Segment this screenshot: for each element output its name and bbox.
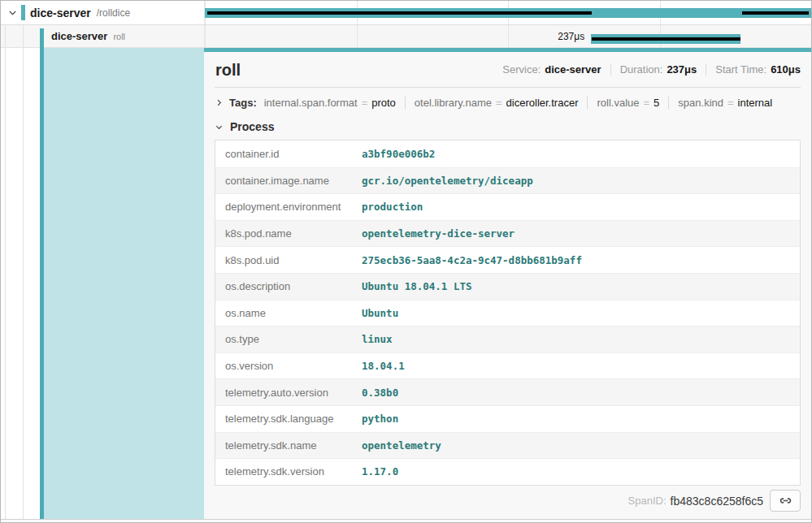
tree-guide-line (23, 48, 24, 519)
process-key: container.id (215, 148, 362, 160)
process-key: telemetry.sdk.version (215, 465, 362, 478)
duration-label: Duration: (620, 63, 663, 76)
process-key: k8s.pod.uid (215, 254, 362, 266)
tree-guide-line (23, 25, 24, 47)
duration-value: 237μs (667, 63, 697, 76)
table-row: k8s.pod.name opentelemetry-dice-server (215, 220, 800, 247)
tree-guide-line (5, 25, 6, 47)
table-row: container.id a3bf90e006b2 (215, 140, 800, 167)
span-duration-label: 237μs (558, 31, 584, 42)
span-row-roll: dice-server roll 237μs (1, 25, 811, 48)
service-name: dice-server (51, 30, 107, 42)
process-key: container.image.name (215, 175, 362, 187)
critical-path-segment (207, 11, 592, 15)
process-key: telemetry.sdk.language (215, 413, 362, 425)
span-color-bar (40, 28, 44, 48)
meta-divider (706, 63, 706, 76)
process-toggle[interactable]: Process (215, 120, 801, 133)
process-value: 0.38b0 (362, 387, 398, 399)
table-row: deployment.environment production (215, 193, 800, 220)
process-value: 275ecb36-5aa8-4c2a-9c47-d8bb681b9aff (362, 254, 582, 266)
tag-value: proto (371, 97, 396, 109)
critical-path-segment (742, 11, 809, 15)
tag-key: internal.span.format (264, 97, 358, 109)
table-row: os.version 18.04.1 (215, 352, 800, 379)
critical-path-segment (592, 37, 740, 41)
span-name-cell-rolldice[interactable]: dice-server /rolldice (1, 1, 204, 24)
tree-guide-line (5, 48, 6, 519)
tag-value: internal (738, 97, 773, 109)
tags-list: internal.span.format = proto otel.librar… (264, 97, 773, 109)
tag-key: roll.value (597, 97, 639, 109)
window-bottom-strip (1, 519, 811, 522)
chevron-down-icon (215, 123, 224, 132)
left-gutter (1, 48, 204, 519)
service-value: dice-server (545, 63, 601, 76)
table-row: telemetry.auto.version 0.38b0 (215, 378, 800, 405)
tag-equals: = (362, 97, 368, 109)
tag-divider (668, 97, 669, 109)
tag-equals: = (727, 97, 734, 109)
table-row: telemetry.sdk.version 1.17.0 (215, 458, 800, 485)
process-value: opentelemetry (362, 439, 441, 452)
selected-span-highlight (44, 48, 204, 519)
process-key: k8s.pod.name (215, 227, 362, 240)
process-value: a3bf90e006b2 (362, 148, 435, 160)
copy-span-link-button[interactable] (770, 490, 801, 512)
process-value: 18.04.1 (362, 360, 405, 372)
service-name: dice-server (30, 6, 91, 19)
timeline-gridline (357, 25, 358, 47)
tag-key: span.kind (678, 97, 723, 109)
meta-divider (610, 63, 611, 76)
span-id-label: SpanID: (628, 495, 667, 507)
service-label: Service: (502, 63, 541, 76)
span-detail-header[interactable]: roll Service: dice-server Duration: 237μ… (215, 59, 801, 80)
header-divider (215, 87, 801, 88)
operation-name: /rolldice (97, 7, 130, 19)
chevron-right-icon (215, 98, 224, 107)
span-name-cell-roll[interactable]: dice-server roll (1, 25, 204, 47)
process-key-value-table: container.id a3bf90e006b2 container.imag… (215, 140, 801, 486)
span-detail-panel: roll Service: dice-server Duration: 237μ… (204, 48, 811, 519)
table-row: telemetry.sdk.name opentelemetry (215, 432, 800, 459)
start-time-value: 610μs (771, 63, 801, 76)
timeline-cell-roll: 237μs (204, 25, 811, 47)
start-time-label: Start Time: (715, 63, 766, 76)
span-bar-roll[interactable] (591, 34, 740, 44)
timeline-cell-rolldice (204, 1, 811, 24)
process-key: os.description (215, 280, 362, 292)
table-row: container.image.name gcr.io/opentelemetr… (215, 167, 800, 194)
tag-value: 5 (654, 97, 659, 109)
tags-toggle[interactable]: Tags: internal.span.format = proto otel.… (215, 97, 801, 109)
process-key: os.name (215, 307, 362, 319)
timeline-gridline (508, 25, 509, 47)
process-value: Ubuntu 18.04.1 LTS (362, 280, 471, 292)
span-bar-rolldice[interactable] (205, 8, 811, 18)
span-detail-footer: SpanID: fb483c8c6258f6c5 (215, 486, 801, 517)
process-label: Process (230, 120, 274, 133)
span-meta: Service: dice-server Duration: 237μs Sta… (502, 63, 801, 76)
tag-divider (405, 97, 406, 109)
tag-item: span.kind = internal (678, 97, 772, 109)
trace-body: roll Service: dice-server Duration: 237μ… (1, 48, 811, 519)
process-key: os.version (215, 360, 362, 372)
tags-label: Tags: (229, 97, 257, 109)
tag-equals: = (644, 97, 650, 109)
tag-item: roll.value = 5 (597, 97, 659, 109)
table-row: telemetry.sdk.language python (215, 405, 800, 432)
process-value: 1.17.0 (362, 465, 398, 478)
process-value: python (362, 413, 398, 425)
tag-key: otel.library.name (415, 97, 492, 109)
timeline-gridline (205, 25, 206, 47)
chevron-down-icon[interactable] (7, 7, 18, 18)
tag-equals: = (496, 97, 502, 109)
link-icon (778, 493, 793, 508)
process-value: Ubuntu (362, 307, 398, 319)
process-value: gcr.io/opentelemetry/diceapp (362, 175, 533, 187)
process-key: telemetry.sdk.name (215, 439, 362, 452)
operation-name: roll (113, 32, 125, 41)
span-color-bar (21, 5, 25, 20)
tag-divider (587, 97, 588, 109)
table-row: os.name Ubuntu (215, 300, 800, 326)
span-row-rolldice: dice-server /rolldice (1, 1, 811, 25)
